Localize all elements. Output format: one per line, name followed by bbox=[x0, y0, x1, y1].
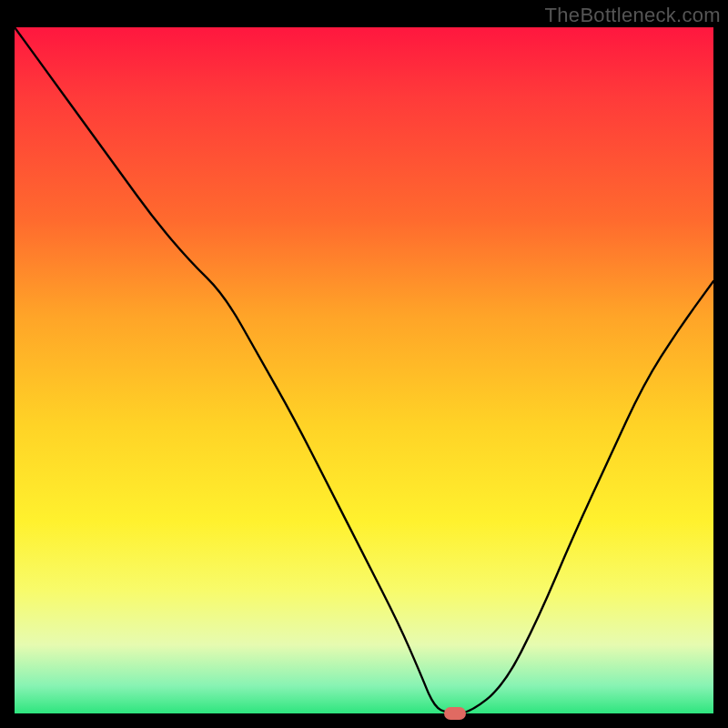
chart-stage: TheBottleneck.com bbox=[0, 0, 728, 728]
bottleneck-curve bbox=[15, 27, 713, 713]
watermark-label: TheBottleneck.com bbox=[545, 4, 721, 27]
optimum-marker bbox=[444, 707, 466, 720]
